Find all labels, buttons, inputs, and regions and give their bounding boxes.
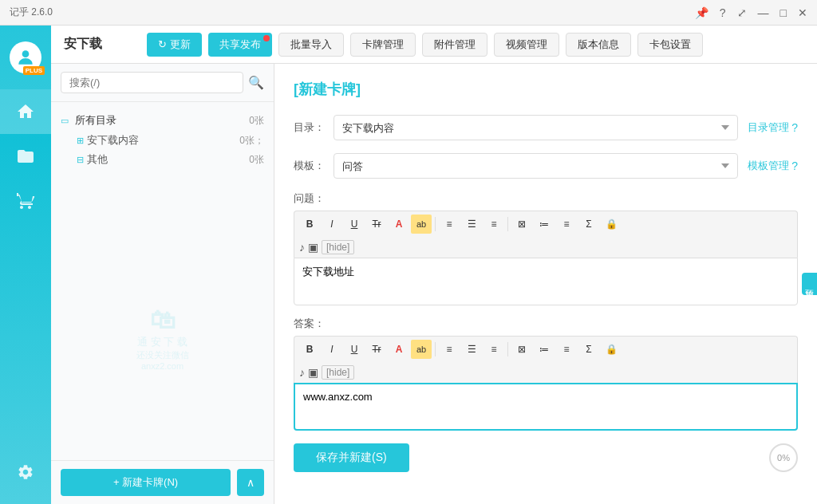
settings-icon — [17, 463, 34, 481]
a-unordered-list-button[interactable]: ≡ — [556, 340, 577, 359]
a-font-color-button[interactable]: A — [389, 340, 409, 359]
q-font-color-button[interactable]: A — [389, 215, 409, 234]
a-sum-button[interactable]: Σ — [578, 340, 599, 359]
q-underline-button[interactable]: U — [344, 215, 365, 234]
sidebar-item-cart[interactable] — [0, 179, 51, 223]
a-align-right-button[interactable]: ≡ — [483, 340, 504, 359]
app-version: 记乎 2.6.0 — [10, 6, 53, 19]
minimize-icon[interactable]: — — [758, 6, 769, 19]
progress-badge: 0% — [769, 443, 798, 472]
a-italic-button[interactable]: I — [322, 340, 342, 359]
a-toolbar-divider-2 — [507, 342, 508, 356]
new-card-button[interactable]: + 新建卡牌(N) — [61, 469, 231, 496]
version-info-button[interactable]: 版本信息 — [566, 33, 631, 57]
bottom-action-bar: 保存并新建(S) 0% — [294, 443, 798, 472]
pin-icon[interactable]: 📌 — [695, 6, 708, 19]
help-icon[interactable]: ? — [720, 6, 726, 19]
sidebar-item-settings[interactable] — [0, 450, 51, 494]
attachment-manage-button[interactable]: 附件管理 — [422, 33, 487, 57]
q-unordered-list-button[interactable]: ≡ — [556, 215, 577, 234]
sidebar-bottom — [0, 450, 51, 494]
share-publish-button[interactable]: 共享发布 — [208, 33, 272, 57]
toolbar: 安下载 ↻ 更新 共享发布 批量导入 卡牌管理 附件管理 视频管理 版本信息 卡… — [51, 26, 817, 64]
svg-point-0 — [22, 50, 30, 57]
q-lock-button[interactable]: 🔒 — [601, 215, 622, 234]
avatar: PLUS — [10, 41, 41, 73]
question-toolbar-row2: ♪ ▣ [hide] — [294, 237, 798, 258]
sidebar-item-folder[interactable] — [0, 134, 51, 179]
directory-help-icon[interactable]: ? — [791, 121, 798, 134]
content-area: 安下载 ↻ 更新 共享发布 批量导入 卡牌管理 附件管理 视频管理 版本信息 卡… — [51, 26, 817, 504]
video-manage-button[interactable]: 视频管理 — [494, 33, 559, 57]
template-help-icon[interactable]: ? — [791, 159, 798, 172]
preview-side-tab[interactable]: 预览 — [802, 273, 817, 295]
q-align-left-button[interactable]: ≡ — [439, 215, 460, 234]
sidebar-item-home[interactable] — [0, 89, 51, 134]
q-highlight-button[interactable]: ab — [411, 215, 432, 234]
template-label: 模板： — [294, 159, 334, 173]
tree-child-item-1[interactable]: ⊞ 安下载内容 0张； — [77, 131, 264, 150]
q-bold-button[interactable]: B — [299, 215, 320, 234]
toolbar-title: 安下载 — [64, 36, 128, 53]
close-icon[interactable]: ✕ — [798, 6, 807, 19]
arrow-button[interactable]: ∧ — [237, 469, 264, 496]
expand-icon[interactable]: ⤢ — [737, 6, 747, 19]
q-hide-tag[interactable]: [hide] — [322, 240, 354, 254]
save-and-new-button[interactable]: 保存并新建(S) — [294, 443, 409, 472]
answer-content[interactable]: www.anxz.com — [294, 383, 798, 431]
tree-panel: 🔍 ▭ 所有目录 0张 ⊞ 安下载内容 0张； — [51, 64, 274, 504]
directory-select[interactable]: 安下载内容 — [334, 115, 738, 140]
a-strikethrough-button[interactable]: Tr — [366, 340, 387, 359]
search-input[interactable] — [61, 72, 243, 93]
toolbar-divider-1 — [435, 217, 436, 231]
a-ordered-list-button[interactable]: ≔ — [534, 340, 555, 359]
directory-label: 目录： — [294, 120, 334, 135]
directory-manage-link[interactable]: 目录管理 ? — [748, 120, 798, 135]
user-avatar-icon — [15, 47, 36, 68]
a-bold-button[interactable]: B — [299, 340, 320, 359]
q-audio-icon[interactable]: ♪ — [299, 241, 305, 254]
q-italic-button[interactable]: I — [322, 215, 342, 234]
a-audio-icon[interactable]: ♪ — [299, 366, 305, 379]
a-lock-button[interactable]: 🔒 — [601, 340, 622, 359]
q-sum-button[interactable]: Σ — [578, 215, 599, 234]
template-manage-link[interactable]: 模板管理 ? — [748, 159, 798, 173]
a-hide-tag[interactable]: [hide] — [322, 365, 354, 380]
a-image-button[interactable]: ⊠ — [511, 340, 532, 359]
a-highlight-button[interactable]: ab — [411, 340, 432, 359]
folder-icon — [16, 147, 35, 166]
tree-bottom-bar: + 新建卡牌(N) ∧ — [51, 460, 274, 504]
a-underline-button[interactable]: U — [344, 340, 365, 359]
answer-toolbar-row2: ♪ ▣ [hide] — [294, 362, 798, 383]
sidebar-avatar[interactable]: PLUS — [0, 26, 51, 89]
question-content[interactable]: 安下载地址 — [294, 258, 798, 305]
a-media-icon[interactable]: ▣ — [308, 366, 318, 379]
search-icon[interactable]: 🔍 — [248, 75, 264, 90]
expand-icon-child: ⊞ — [77, 136, 84, 146]
refresh-icon: ↻ — [158, 38, 167, 50]
template-select[interactable]: 问答 — [334, 153, 738, 179]
q-align-center-button[interactable]: ☰ — [461, 215, 482, 234]
sidebar: PLUS — [0, 26, 51, 504]
answer-section-label: 答案： — [294, 317, 798, 331]
expand-icon-child2: ⊟ — [77, 155, 84, 165]
notification-dot — [263, 35, 270, 41]
card-manage-button[interactable]: 卡牌管理 — [350, 33, 416, 57]
tree-child-item-2[interactable]: ⊟ 其他 0张 — [77, 150, 264, 169]
card-pack-button[interactable]: 卡包设置 — [637, 33, 703, 57]
update-button[interactable]: ↻ 更新 — [147, 33, 202, 57]
q-ordered-list-button[interactable]: ≔ — [534, 215, 555, 234]
tree-root-item[interactable]: ▭ 所有目录 0张 — [61, 110, 264, 131]
home-icon — [16, 102, 35, 121]
q-image-button[interactable]: ⊠ — [511, 215, 532, 234]
a-align-left-button[interactable]: ≡ — [439, 340, 460, 359]
tree-content: ▭ 所有目录 0张 ⊞ 安下载内容 0张； ⊟ 其他 0张 — [51, 102, 274, 289]
q-align-right-button[interactable]: ≡ — [483, 215, 504, 234]
batch-import-button[interactable]: 批量导入 — [278, 33, 344, 57]
maximize-icon[interactable]: □ — [780, 6, 787, 19]
q-strikethrough-button[interactable]: Tr — [366, 215, 387, 234]
toolbar-divider-2 — [507, 217, 508, 231]
q-media-icon[interactable]: ▣ — [308, 241, 318, 254]
a-align-center-button[interactable]: ☰ — [461, 340, 482, 359]
tree-child1-label: 安下载内容 — [87, 133, 139, 148]
